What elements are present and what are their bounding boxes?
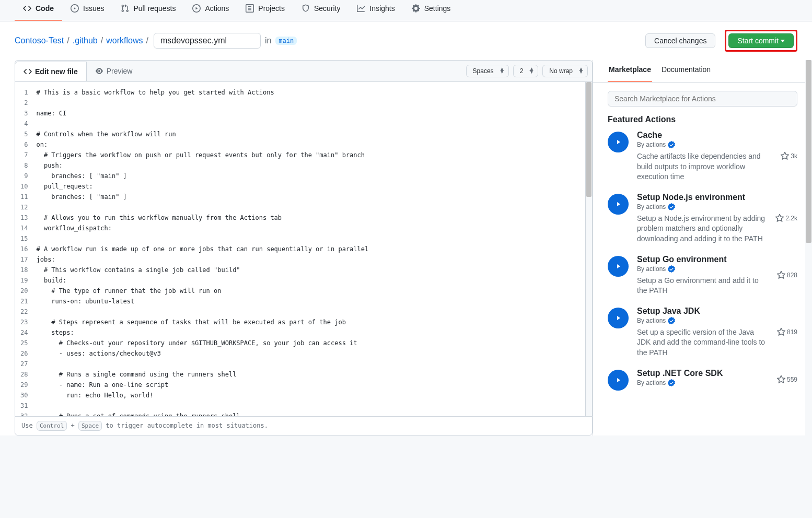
action-info: Setup .NET Core SDKBy actions — [637, 369, 769, 391]
action-info: Setup Go environmentBy actions Setup a G… — [637, 255, 769, 296]
main-split: Edit new file Preview Spaces▲▼ 2▲▼ No wr… — [0, 60, 812, 435]
code-icon — [23, 4, 31, 13]
wrap-mode-label: No wrap — [549, 67, 573, 75]
action-play-icon — [608, 194, 629, 215]
action-description: Cache artifacts like dependencies and bu… — [637, 151, 772, 182]
hint-prefix: Use — [21, 422, 37, 429]
nav-settings[interactable]: Settings — [403, 0, 459, 21]
line-gutter: 1234567891011121314151617181920212223242… — [15, 82, 36, 416]
gear-icon — [412, 4, 420, 13]
scrollbar-thumb[interactable] — [586, 82, 591, 197]
nav-code-label: Code — [36, 4, 54, 13]
code-lines[interactable]: # This is a basic workflow to help you g… — [36, 82, 585, 416]
code-area[interactable]: 1234567891011121314151617181920212223242… — [15, 82, 592, 416]
action-stars: 819 — [777, 307, 797, 358]
issue-icon — [71, 4, 79, 13]
side-body: Featured Actions CacheBy actions Cache a… — [593, 83, 812, 409]
action-title: Setup .NET Core SDK — [637, 369, 769, 378]
action-card[interactable]: Setup .NET Core SDKBy actions 559 — [608, 369, 797, 391]
verified-icon — [668, 203, 675, 210]
star-icon — [775, 214, 784, 222]
play-circle-icon — [192, 4, 201, 13]
action-author: By actions — [637, 379, 769, 386]
action-stars: 828 — [777, 255, 797, 296]
action-description: Set up a specific version of the Java JD… — [637, 327, 769, 358]
breadcrumb-path1[interactable]: .github — [73, 36, 98, 45]
action-title: Cache — [637, 131, 772, 140]
scrollbar-thumb[interactable] — [806, 60, 811, 243]
editor-tabs: Edit new file Preview Spaces▲▼ 2▲▼ No wr… — [15, 61, 592, 82]
pull-request-icon — [121, 4, 129, 13]
breadcrumb: Contoso-Test / .github / workflows / — [15, 36, 149, 45]
action-play-icon — [608, 370, 629, 391]
action-stars: 559 — [777, 369, 797, 391]
star-icon — [777, 328, 785, 336]
breadcrumb-row: Contoso-Test / .github / workflows / in … — [0, 30, 812, 60]
nav-security-label: Security — [314, 4, 341, 13]
nav-pulls[interactable]: Pull requests — [112, 0, 184, 21]
marketplace-search-input[interactable] — [608, 91, 797, 107]
filename-input[interactable] — [154, 33, 261, 49]
breadcrumb-sep: / — [67, 36, 69, 45]
start-commit-button[interactable]: Start commit — [728, 33, 794, 48]
branch-pill[interactable]: main — [275, 37, 297, 45]
in-label: in — [265, 36, 271, 45]
editor-hint: Use Control + Space to trigger autocompl… — [15, 416, 593, 435]
nav-projects[interactable]: Projects — [237, 0, 293, 21]
action-stars: 2.2k — [775, 193, 797, 244]
code-icon — [24, 67, 32, 76]
action-info: Setup Node.js environmentBy actions Setu… — [637, 193, 767, 244]
tab-preview[interactable]: Preview — [87, 62, 141, 80]
action-info: Setup Java JDKBy actions Set up a specif… — [637, 307, 769, 358]
action-author: By actions — [637, 265, 769, 273]
nav-actions-label: Actions — [205, 4, 229, 13]
page-body: Contoso-Test / .github / workflows / in … — [0, 21, 812, 435]
nav-actions[interactable]: Actions — [184, 0, 237, 21]
action-card[interactable]: Setup Node.js environmentBy actions Setu… — [608, 193, 797, 244]
eye-icon — [95, 67, 103, 75]
action-author: By actions — [637, 203, 767, 210]
graph-icon — [357, 4, 365, 13]
verified-icon — [668, 379, 675, 386]
nav-projects-label: Projects — [258, 4, 285, 13]
nav-pulls-label: Pull requests — [133, 4, 176, 13]
nav-insights[interactable]: Insights — [349, 0, 403, 21]
nav-security[interactable]: Security — [293, 0, 349, 21]
action-author: By actions — [637, 141, 772, 148]
indent-size-select[interactable]: 2▲▼ — [513, 65, 539, 77]
cancel-button[interactable]: Cancel changes — [645, 33, 715, 48]
nav-settings-label: Settings — [424, 4, 451, 13]
featured-actions-heading: Featured Actions — [608, 115, 797, 124]
tab-edit-label: Edit new file — [35, 67, 78, 76]
action-card[interactable]: Setup Java JDKBy actions Set up a specif… — [608, 307, 797, 358]
nav-issues-label: Issues — [83, 4, 104, 13]
action-card[interactable]: CacheBy actions Cache artifacts like dep… — [608, 131, 797, 182]
action-title: Setup Java JDK — [637, 307, 769, 316]
hint-key2: Space — [78, 421, 102, 431]
shield-icon — [301, 4, 310, 13]
action-play-icon — [608, 132, 629, 152]
action-description: Setup a Go environment and add it to the… — [637, 276, 769, 296]
action-title: Setup Go environment — [637, 255, 769, 264]
tab-marketplace[interactable]: Marketplace — [608, 60, 652, 82]
tab-preview-label: Preview — [107, 67, 133, 75]
indent-size-label: 2 — [520, 67, 524, 75]
nav-issues[interactable]: Issues — [62, 0, 112, 21]
hint-suffix: to trigger autocomplete in most situatio… — [102, 422, 268, 429]
breadcrumb-repo[interactable]: Contoso-Test — [15, 36, 64, 45]
tab-edit-file[interactable]: Edit new file — [15, 62, 87, 81]
action-card[interactable]: Setup Go environmentBy actions Setup a G… — [608, 255, 797, 296]
verified-icon — [668, 265, 675, 273]
start-commit-highlight: Start commit — [725, 30, 797, 52]
tab-documentation[interactable]: Documentation — [660, 60, 712, 82]
action-stars: 3k — [781, 131, 797, 182]
editor-scrollbar[interactable] — [585, 82, 592, 416]
indent-mode-select[interactable]: Spaces▲▼ — [466, 65, 509, 77]
breadcrumb-path2[interactable]: workflows — [106, 36, 143, 45]
nav-code[interactable]: Code — [15, 0, 62, 21]
start-commit-label: Start commit — [737, 37, 779, 45]
table-icon — [246, 4, 254, 13]
wrap-mode-select[interactable]: No wrap▲▼ — [542, 65, 588, 77]
side-scrollbar[interactable] — [805, 60, 812, 435]
side-pane: Marketplace Documentation Featured Actio… — [593, 60, 812, 435]
